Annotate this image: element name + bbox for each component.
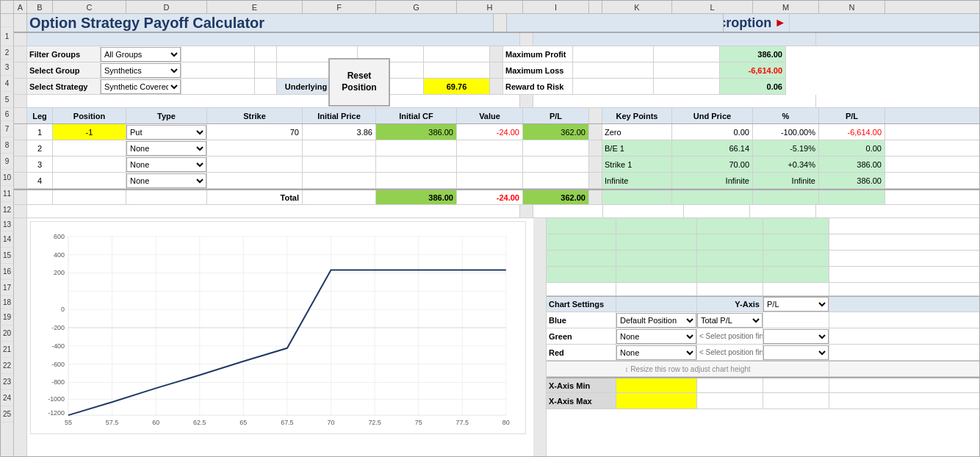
blue-select[interactable]: Default Position	[616, 313, 696, 328]
th-type: Type	[126, 108, 207, 123]
blue-right-select[interactable]: Total P/L	[697, 313, 763, 328]
leg3-strike[interactable]	[207, 156, 303, 172]
r9-J	[589, 140, 602, 156]
svg-text:60: 60	[152, 419, 159, 426]
leg1-num: 1	[27, 124, 53, 140]
r12-K	[602, 190, 672, 204]
xaxis-max-value[interactable]	[616, 393, 697, 409]
max-loss-label: Maximum Loss	[503, 62, 573, 78]
leg2-strike[interactable]	[207, 140, 303, 156]
leg2-type-select[interactable]: None	[126, 141, 206, 156]
red-right-select[interactable]	[763, 345, 829, 360]
green-select[interactable]: None	[616, 329, 696, 344]
row-numbers: 1 2 3 4 5 6 7 8 9 10 11 12 13 14 15 16 1…	[1, 14, 14, 456]
blue-dropdown[interactable]: Default Position	[616, 312, 697, 328]
leg4-position[interactable]	[53, 173, 126, 188]
leg3-type-select[interactable]: None	[126, 157, 206, 172]
filter-groups-dropdown[interactable]: All Groups	[101, 46, 181, 62]
col-header-F: F	[303, 1, 376, 13]
rp15-M	[697, 234, 763, 250]
r6-main	[27, 95, 520, 107]
yaxis-dropdown[interactable]: P/L	[763, 297, 829, 312]
leg2-position[interactable]	[53, 140, 126, 156]
row2-A	[14, 33, 27, 46]
th-initialPrice: Initial Price	[303, 108, 376, 123]
red-right: < Select position first	[697, 345, 763, 360]
green-dropdown[interactable]: None	[616, 328, 697, 344]
r25-N	[763, 393, 829, 409]
col-header-I: I	[523, 1, 589, 13]
yaxis-select[interactable]: P/L	[763, 297, 829, 312]
r3-L	[573, 46, 654, 62]
r3-J	[490, 46, 503, 62]
leg1-type-select[interactable]: Put	[126, 125, 206, 140]
leg3-type-cell[interactable]: None	[126, 156, 207, 172]
rp15-N	[763, 234, 829, 250]
col-header-A: A	[14, 1, 27, 13]
red-select[interactable]: None	[616, 345, 696, 360]
green-right-dd[interactable]	[763, 328, 829, 344]
resize-hint: ↕ Resize this row to adjust chart height	[547, 361, 829, 376]
svg-text:80: 80	[502, 419, 510, 426]
leg4-strike[interactable]	[207, 173, 303, 188]
leg1-strike[interactable]: 70	[207, 124, 303, 140]
kp-zero-pct: -100.00%	[753, 124, 819, 140]
svg-text:65: 65	[239, 419, 247, 426]
col-header-L: L	[672, 1, 753, 13]
select-group-select[interactable]: Synthetics	[101, 63, 181, 78]
blue-right-dropdown[interactable]: Total P/L	[697, 312, 763, 328]
r6-A	[14, 95, 27, 107]
col-header-H: H	[457, 1, 523, 13]
select-group-dropdown[interactable]: Synthetics	[101, 62, 181, 78]
rp16-K	[547, 251, 616, 266]
total-label: Total	[207, 190, 303, 204]
row1-KLM	[507, 14, 724, 32]
xaxis-min-value[interactable]	[616, 378, 697, 392]
col-header-G: G	[376, 1, 457, 13]
leg4-type-cell[interactable]: None	[126, 173, 207, 188]
select-strategy-select[interactable]: Synthetic Covered Call	[101, 79, 181, 94]
svg-text:-1000: -1000	[48, 395, 65, 403]
leg2-initprice	[303, 140, 376, 156]
leg2-pl	[523, 140, 589, 156]
filter-groups-select[interactable]: All Groups	[101, 47, 181, 62]
th-pl: P/L	[523, 108, 589, 123]
r13-L	[603, 205, 684, 217]
kp-be1-label: B/E 1	[602, 140, 672, 156]
select-strategy-dropdown[interactable]: Synthetic Covered Call	[101, 79, 181, 94]
col-header-N: N	[819, 1, 885, 13]
row2-main	[27, 33, 520, 46]
r4-M	[654, 62, 720, 78]
leg4-type-select[interactable]: None	[126, 173, 206, 188]
leg1-position[interactable]: -1	[53, 124, 126, 140]
col-header-M: M	[753, 1, 819, 13]
row2-J	[520, 33, 533, 46]
r7-A	[14, 108, 27, 123]
red-label: Red	[547, 345, 616, 360]
r11-J	[589, 173, 602, 188]
total-pl: 362.00	[523, 190, 589, 204]
svg-text:-200: -200	[51, 324, 65, 331]
reset-position-button[interactable]: ResetPosition	[328, 58, 390, 107]
green-right-select[interactable]	[763, 329, 829, 344]
underlying-price-value[interactable]: 69.76	[424, 79, 490, 94]
leg2-type-cell[interactable]: None	[126, 140, 207, 156]
col-headers: A B C D E F G H I K L M N	[1, 1, 979, 14]
rp18-M	[697, 283, 763, 295]
red-dropdown[interactable]: None	[616, 345, 697, 360]
leg1-type-cell[interactable]: Put	[126, 124, 207, 140]
select-strategy-label: Select Strategy	[27, 79, 101, 94]
leg3-position[interactable]	[53, 156, 126, 172]
rp18-L	[616, 283, 697, 295]
reward-risk-value: 0.06	[720, 79, 786, 94]
svg-text:-1200: -1200	[48, 409, 65, 417]
r3-A	[14, 46, 27, 62]
r12-N	[819, 190, 885, 204]
total-initcf: 386.00	[376, 190, 457, 204]
svg-text:-400: -400	[51, 342, 65, 350]
r13-K	[533, 205, 603, 217]
rp18-K	[547, 283, 616, 295]
red-right-dd[interactable]	[763, 345, 829, 360]
r12-B	[27, 190, 53, 204]
svg-text:75: 75	[415, 419, 422, 426]
